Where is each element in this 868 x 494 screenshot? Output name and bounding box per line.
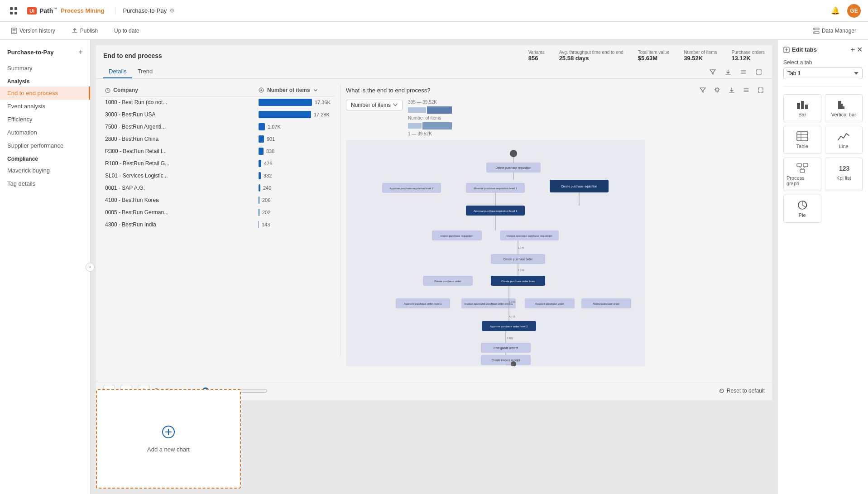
bar-fill: [259, 197, 259, 204]
bar-value: 838: [266, 149, 283, 154]
tab-select[interactable]: Tab 1: [783, 67, 863, 79]
process-graph-icon: [796, 163, 809, 173]
stat-throughput: Avg. throughput time end to end 25.58 da…: [559, 50, 623, 62]
sidebar-item-summary[interactable]: Summary: [0, 62, 90, 75]
settings-icon[interactable]: ⚙: [169, 7, 175, 14]
svg-rect-28: [797, 163, 801, 167]
cell-bar-container: 143: [259, 221, 331, 228]
tab-trend[interactable]: Trend: [132, 65, 158, 78]
version-history-label: Version history: [19, 28, 55, 34]
table-row: 0001 - SAP A.G. 240: [101, 182, 335, 194]
process-question: What is the end to end process?: [346, 87, 430, 94]
bar-fill: [259, 221, 259, 228]
process-light-icon[interactable]: [711, 84, 723, 96]
pie-chart-icon: [796, 200, 809, 211]
version-history-button[interactable]: Version history: [7, 26, 59, 36]
sidebar: Purchase-to-Pay + ‹ Summary Analysis End…: [0, 40, 91, 494]
chart-type-bar[interactable]: Bar: [783, 94, 821, 122]
sidebar-efficiency-label: Efficiency: [7, 116, 32, 123]
chart-tab-actions: [707, 66, 765, 78]
table-row: R300 - BestRun Retail I... 838: [101, 145, 335, 158]
logo: Ui Path™ Process Mining: [27, 7, 104, 14]
select-tab-section: Select a tab Tab 1: [783, 59, 863, 79]
svg-line-36: [802, 205, 806, 207]
grid-icon[interactable]: [7, 5, 20, 17]
expand-icon-button[interactable]: [753, 66, 765, 78]
edge-label-2: 1,208: [518, 269, 524, 272]
table-row: R100 - BestRun Retail G... 476: [101, 158, 335, 170]
node-reject-po-text: Reject purchase order: [593, 302, 619, 305]
sidebar-item-efficiency[interactable]: Efficiency: [0, 113, 90, 126]
stat-item-value: Total item value $5.63M: [638, 50, 669, 62]
avatar[interactable]: GE: [847, 4, 861, 18]
sidebar-add-button[interactable]: +: [79, 48, 83, 56]
sidebar-maverick-label: Maverick buying: [7, 167, 50, 174]
sidebar-summary-label: Summary: [7, 65, 33, 72]
cell-bar-container: 1.07K: [259, 123, 331, 130]
chart-type-kpi-list[interactable]: 123 Kpi list: [825, 158, 863, 191]
process-filter-icon[interactable]: [697, 84, 709, 96]
topbar: Ui Path™ Process Mining Purchase-to-Pay …: [0, 0, 868, 22]
process-list-icon[interactable]: [740, 84, 752, 96]
table-header: Company Number of items: [101, 84, 335, 96]
table-section: Company Number of items 1000 - Best Run …: [96, 84, 340, 356]
process-dropdown[interactable]: Number of items: [346, 100, 403, 110]
chart-type-pie[interactable]: Pie: [783, 195, 821, 223]
process-expand-icon[interactable]: [755, 84, 767, 96]
right-panel-add-button[interactable]: +: [851, 46, 855, 54]
download-icon-button[interactable]: [722, 66, 734, 78]
table-rows-container: 1000 - Best Run (do not... 17.36K 3000 -…: [101, 96, 335, 231]
bar-fill: [259, 123, 265, 130]
svg-rect-20: [805, 105, 808, 109]
process-graph-container: Delete purchase requisition Approve purc…: [346, 140, 767, 375]
table-row: 4100 - BestRun Korea 206: [101, 194, 335, 206]
edge-label-3: 1,158: [509, 301, 515, 303]
notification-icon[interactable]: 🔔: [829, 5, 842, 17]
edge-label-4: 4,315: [509, 315, 515, 318]
cell-bar-container: 17.36K: [259, 99, 331, 106]
node-create-req-text: Create purchase requisition: [561, 185, 597, 188]
sidebar-item-automation[interactable]: Automation: [0, 126, 90, 139]
table-chart-icon: [796, 131, 809, 142]
chart-type-vertical-bar[interactable]: Vertical bar: [825, 94, 863, 122]
process-controls-row: Number of items 395 — 39.52K Numbe: [346, 100, 767, 136]
bar-fill: [259, 160, 261, 167]
bar-value: 17.28K: [314, 112, 330, 117]
content-area: End to end process Variants 856 Avg. thr…: [91, 40, 868, 494]
tab-details[interactable]: Details: [103, 65, 132, 78]
right-panel-close-button[interactable]: ✕: [857, 45, 863, 54]
cell-company: 0001 - SAP A.G.: [105, 185, 259, 191]
bar-fill: [259, 184, 260, 192]
process-dropdown-label: Number of items: [351, 102, 391, 108]
sidebar-item-maverick[interactable]: Maverick buying: [0, 164, 90, 177]
sidebar-collapse-button[interactable]: ‹: [86, 263, 95, 272]
node-delete-req-text: Delete purchase requisition: [496, 166, 532, 170]
add-chart-icon: [161, 425, 176, 442]
bar-value: 202: [262, 210, 278, 215]
svg-rect-10: [408, 107, 426, 113]
svg-rect-0: [10, 7, 13, 10]
bar-value: 240: [263, 185, 279, 191]
data-manager-button[interactable]: Data Manager: [809, 26, 861, 36]
chart-type-process-graph[interactable]: Process graph: [783, 158, 821, 191]
sidebar-item-end-to-end[interactable]: End to end process: [0, 86, 90, 100]
svg-line-31: [799, 167, 802, 169]
bar-chart-icon: [796, 99, 809, 110]
list-icon-button[interactable]: [738, 66, 749, 78]
publish-button[interactable]: Publish: [68, 26, 101, 36]
sidebar-event-analysis-label: Event analysis: [7, 103, 45, 110]
filter-icon-button[interactable]: [707, 66, 719, 78]
sidebar-item-supplier[interactable]: Supplier performance: [0, 139, 90, 152]
chart-type-line[interactable]: Line: [825, 126, 863, 154]
pie-label: Pie: [799, 212, 806, 218]
sidebar-automation-label: Automation: [7, 129, 37, 136]
sidebar-item-event-analysis[interactable]: Event analysis: [0, 100, 90, 113]
bar-fill: [259, 148, 264, 155]
bar-value: 332: [264, 173, 280, 178]
stat-throughput-value: 25.58 days: [559, 55, 623, 62]
table-row: 3000 - BestRun USA 17.28K: [101, 109, 335, 121]
chart-type-table[interactable]: Table: [783, 126, 821, 154]
add-new-chart-button[interactable]: Add a new chart: [96, 389, 241, 489]
sidebar-item-tag-details[interactable]: Tag details: [0, 177, 90, 190]
process-download-icon[interactable]: [726, 84, 738, 96]
